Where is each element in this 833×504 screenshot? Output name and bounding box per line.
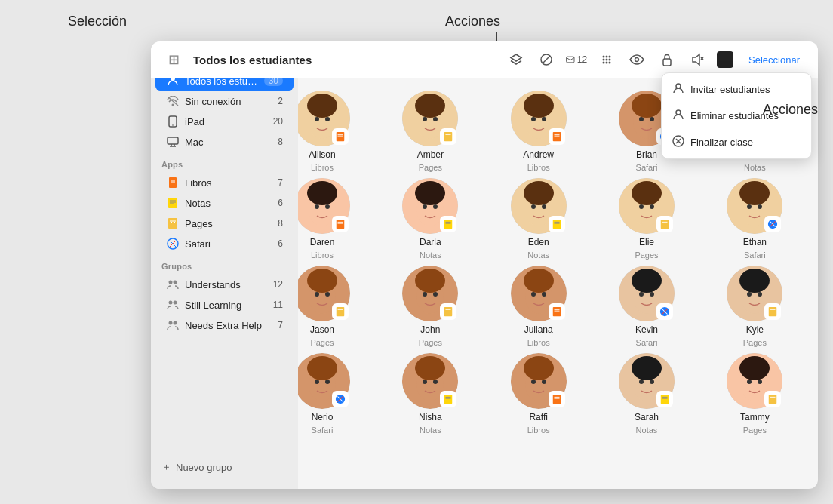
student-card-kevin[interactable]: KevinSafari: [595, 266, 697, 347]
student-app-kyle: Pages: [743, 338, 767, 347]
app-badge-kyle: [764, 303, 781, 320]
student-app-chella: Notas: [744, 163, 766, 172]
svg-point-53: [307, 94, 337, 118]
student-card-raffi[interactable]: RaffiLibros: [487, 353, 589, 435]
eye-icon[interactable]: [626, 49, 647, 70]
avatar-wrap-eden: [511, 178, 567, 234]
svg-point-153: [433, 292, 438, 297]
student-name-allison: Allison: [309, 149, 335, 160]
sidebar-item-count-ipad: 20: [273, 116, 283, 127]
student-card-ethan[interactable]: EthanSafari: [704, 178, 806, 260]
color-swatch[interactable]: [717, 51, 733, 68]
student-card-john[interactable]: JohnPages: [380, 266, 481, 347]
sidebar-item-offline[interactable]: Sin conexión2: [155, 91, 294, 111]
avatar-wrap-nerio: [294, 353, 350, 409]
svg-point-18: [169, 281, 173, 284]
select-button[interactable]: Seleccionar: [742, 52, 806, 68]
student-card-juliana[interactable]: JulianaLibros: [487, 266, 589, 347]
student-card-elie[interactable]: EliePages: [595, 178, 697, 260]
svg-point-215: [632, 356, 662, 380]
sidebar-item-safari[interactable]: Safari6: [155, 234, 294, 254]
app-badge-darla: [440, 216, 456, 232]
mute-icon[interactable]: [687, 49, 708, 70]
svg-point-27: [603, 56, 605, 58]
student-app-raffi: Libros: [527, 426, 550, 435]
svg-point-31: [606, 59, 608, 61]
acciones-annotation-top: Acciones: [445, 14, 500, 29]
student-card-sarah[interactable]: SarahNotas: [595, 353, 697, 435]
student-app-brian: Safari: [636, 163, 658, 172]
mail-icon[interactable]: 12: [566, 49, 587, 70]
sidebar-item-pages[interactable]: Pages8: [155, 214, 294, 233]
avatar-wrap-juliana: [511, 266, 567, 321]
student-name-elie: Elie: [639, 237, 654, 247]
svg-point-175: [747, 292, 752, 297]
sidebar-item-ipad[interactable]: iPad20: [155, 112, 294, 131]
svg-rect-6: [169, 177, 177, 188]
svg-rect-54: [337, 132, 345, 141]
app-badge-juliana: [549, 303, 565, 320]
block-icon[interactable]: [536, 49, 557, 70]
avatar-wrap-ethan: [727, 178, 782, 234]
dropdown-item-invitar-estudiantes[interactable]: Invitar estudiantes: [662, 76, 811, 103]
svg-point-205: [531, 380, 536, 384]
student-app-john: Pages: [419, 338, 442, 347]
student-card-andrew[interactable]: AndrewLibros: [487, 91, 589, 172]
student-name-ethan: Ethan: [743, 237, 767, 247]
sidebar-item-icon-libros: [166, 176, 180, 189]
svg-point-130: [758, 204, 762, 209]
student-card-kyle[interactable]: KylePages: [704, 266, 806, 347]
sidebar-item-count-libros: 7: [278, 177, 283, 188]
grid-icon[interactable]: [596, 49, 617, 70]
new-group-button[interactable]: ＋ Nuevo grupo: [151, 454, 298, 480]
sidebar-item-understands[interactable]: Understands12: [155, 275, 294, 294]
svg-point-147: [307, 269, 337, 293]
layers-icon[interactable]: [506, 49, 527, 70]
sidebar-item-label-safari: Safari: [185, 238, 275, 250]
seleccion-annotation: Selección: [68, 14, 127, 29]
student-card-amber[interactable]: AmberPages: [380, 91, 481, 172]
app-badge-tammy: [764, 391, 781, 407]
sidebar-item-mac[interactable]: Mac8: [155, 132, 294, 152]
svg-point-74: [639, 117, 644, 121]
svg-point-207: [524, 356, 554, 380]
svg-point-159: [531, 292, 536, 297]
svg-point-51: [315, 117, 319, 121]
svg-point-76: [632, 94, 662, 118]
seleccion-line: [91, 32, 91, 77]
app-badge-ethan: [764, 216, 781, 232]
svg-point-21: [174, 301, 177, 305]
mail-count: 12: [577, 54, 587, 65]
student-card-darla[interactable]: DarlaNotas: [380, 178, 481, 260]
lock-icon[interactable]: [656, 49, 678, 70]
svg-point-221: [747, 380, 752, 384]
sidebar-section-label: Grupos: [151, 254, 298, 274]
sidebar-item-stilllearning[interactable]: Still Learning11: [155, 295, 294, 315]
sidebar-section-label: Apps: [151, 152, 298, 172]
student-app-kevin: Safari: [636, 338, 658, 347]
avatar-wrap-nisha: [402, 353, 458, 409]
svg-point-20: [169, 301, 173, 305]
dropdown-item-eliminar-estudiantes[interactable]: Eliminar estudiantes: [662, 103, 811, 129]
sidebar-item-libros[interactable]: Libros7: [155, 173, 294, 192]
student-card-tammy[interactable]: TammyPages: [704, 353, 806, 435]
svg-point-146: [325, 292, 330, 297]
student-app-juliana: Libros: [527, 338, 550, 347]
dropdown-icon: [672, 109, 684, 123]
sidebar: CienciaTodos los estudiantes30Sin conexi…: [151, 41, 298, 489]
dropdown-item-finalizar-clase[interactable]: Finalizar clase: [662, 129, 811, 155]
student-card-eden[interactable]: EdenNotas: [487, 178, 589, 260]
student-name-darla: Darla: [420, 237, 441, 247]
svg-point-191: [307, 356, 337, 380]
sidebar-item-count-safari: 6: [278, 238, 283, 249]
student-name-tammy: Tammy: [740, 412, 770, 423]
sidebar-item-notas[interactable]: Notas6: [155, 193, 294, 213]
svg-point-114: [531, 204, 536, 209]
sidebar-toggle-icon[interactable]: ⊞: [163, 49, 184, 70]
app-badge-kevin: [656, 303, 673, 320]
sidebar-item-label-pages: Pages: [185, 218, 275, 229]
avatar-wrap-darla: [402, 178, 458, 234]
student-card-nisha[interactable]: NishaNotas: [380, 353, 481, 435]
svg-point-36: [635, 58, 639, 62]
sidebar-item-needshelp[interactable]: Needs Extra Help7: [155, 315, 294, 335]
